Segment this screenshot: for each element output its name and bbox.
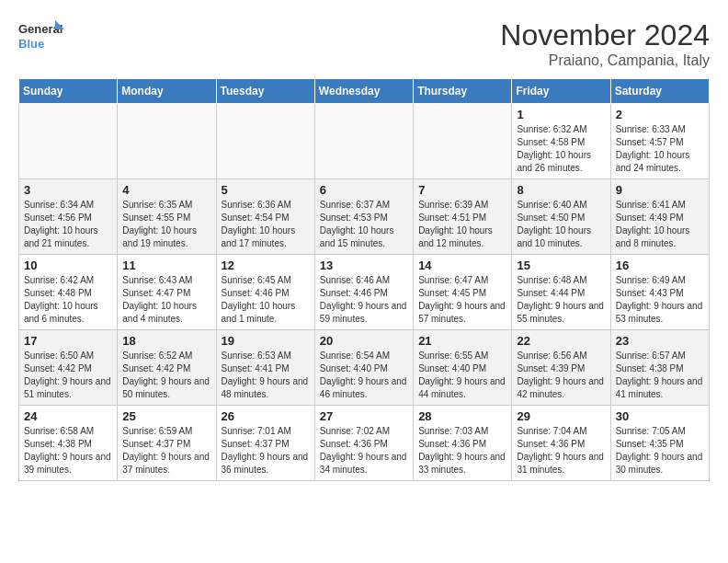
day-info: Sunrise: 6:35 AMSunset: 4:55 PMDaylight:… <box>122 199 210 250</box>
day-number: 23 <box>616 334 704 348</box>
day-number: 3 <box>24 183 112 197</box>
day-number: 8 <box>517 183 605 197</box>
day-number: 16 <box>616 259 704 272</box>
day-number: 18 <box>122 334 210 348</box>
day-info: Sunrise: 6:46 AMSunset: 4:46 PMDaylight:… <box>320 274 408 326</box>
day-number: 29 <box>517 409 605 423</box>
calendar-cell <box>314 104 413 179</box>
title-block: November 2024 Praiano, Campania, Italy <box>500 18 710 69</box>
logo: General Blue <box>18 18 64 60</box>
day-info: Sunrise: 6:32 AMSunset: 4:58 PMDaylight:… <box>517 123 605 175</box>
day-info: Sunrise: 6:34 AMSunset: 4:56 PMDaylight:… <box>24 199 112 250</box>
day-info: Sunrise: 6:57 AMSunset: 4:38 PMDaylight:… <box>616 350 704 401</box>
calendar-cell: 22Sunrise: 6:56 AMSunset: 4:39 PMDayligh… <box>512 330 610 406</box>
day-info: Sunrise: 7:05 AMSunset: 4:35 PMDaylight:… <box>616 425 704 477</box>
calendar-cell: 8Sunrise: 6:40 AMSunset: 4:50 PMDaylight… <box>512 179 610 255</box>
day-number: 10 <box>24 259 112 272</box>
weekday-header: Friday <box>512 79 610 104</box>
day-info: Sunrise: 6:37 AMSunset: 4:53 PMDaylight:… <box>320 199 408 250</box>
day-info: Sunrise: 6:43 AMSunset: 4:47 PMDaylight:… <box>122 274 210 326</box>
calendar-cell: 21Sunrise: 6:55 AMSunset: 4:40 PMDayligh… <box>414 330 512 406</box>
calendar-cell: 16Sunrise: 6:49 AMSunset: 4:43 PMDayligh… <box>610 255 709 330</box>
calendar-cell: 25Sunrise: 6:59 AMSunset: 4:37 PMDayligh… <box>118 406 216 481</box>
calendar-cell: 19Sunrise: 6:53 AMSunset: 4:41 PMDayligh… <box>216 330 314 406</box>
day-info: Sunrise: 7:04 AMSunset: 4:36 PMDaylight:… <box>517 425 605 477</box>
calendar-cell: 3Sunrise: 6:34 AMSunset: 4:56 PMDaylight… <box>19 179 118 255</box>
day-number: 5 <box>222 183 310 197</box>
calendar-row: 1Sunrise: 6:32 AMSunset: 4:58 PMDaylight… <box>19 104 710 179</box>
calendar-cell: 2Sunrise: 6:33 AMSunset: 4:57 PMDaylight… <box>610 104 709 179</box>
day-number: 30 <box>616 409 704 423</box>
day-number: 6 <box>320 183 408 197</box>
calendar-cell <box>19 104 118 179</box>
weekday-header: Tuesday <box>216 79 314 104</box>
calendar-cell: 13Sunrise: 6:46 AMSunset: 4:46 PMDayligh… <box>314 255 413 330</box>
day-number: 24 <box>24 409 112 423</box>
calendar-cell: 27Sunrise: 7:02 AMSunset: 4:36 PMDayligh… <box>314 406 413 481</box>
page-header: General Blue November 2024 Praiano, Camp… <box>18 18 710 69</box>
day-number: 25 <box>122 409 210 423</box>
day-info: Sunrise: 6:59 AMSunset: 4:37 PMDaylight:… <box>122 425 210 477</box>
day-info: Sunrise: 6:55 AMSunset: 4:40 PMDaylight:… <box>418 350 506 401</box>
day-number: 2 <box>616 108 704 121</box>
weekday-header-row: SundayMondayTuesdayWednesdayThursdayFrid… <box>19 79 710 104</box>
calendar-cell <box>216 104 314 179</box>
calendar-cell: 4Sunrise: 6:35 AMSunset: 4:55 PMDaylight… <box>118 179 216 255</box>
day-number: 19 <box>222 334 310 348</box>
calendar-cell <box>414 104 512 179</box>
day-info: Sunrise: 6:49 AMSunset: 4:43 PMDaylight:… <box>616 274 704 326</box>
day-info: Sunrise: 6:58 AMSunset: 4:38 PMDaylight:… <box>24 425 112 477</box>
calendar-cell: 14Sunrise: 6:47 AMSunset: 4:45 PMDayligh… <box>414 255 512 330</box>
day-info: Sunrise: 6:50 AMSunset: 4:42 PMDaylight:… <box>24 350 112 401</box>
calendar-cell: 17Sunrise: 6:50 AMSunset: 4:42 PMDayligh… <box>19 330 118 406</box>
calendar-cell: 5Sunrise: 6:36 AMSunset: 4:54 PMDaylight… <box>216 179 314 255</box>
calendar-row: 3Sunrise: 6:34 AMSunset: 4:56 PMDaylight… <box>19 179 710 255</box>
calendar-cell: 24Sunrise: 6:58 AMSunset: 4:38 PMDayligh… <box>19 406 118 481</box>
day-number: 28 <box>418 409 506 423</box>
calendar-cell <box>118 104 216 179</box>
logo-svg: General Blue <box>18 18 64 60</box>
calendar-cell: 6Sunrise: 6:37 AMSunset: 4:53 PMDaylight… <box>314 179 413 255</box>
day-info: Sunrise: 7:02 AMSunset: 4:36 PMDaylight:… <box>320 425 408 477</box>
day-number: 22 <box>517 334 605 348</box>
location: Praiano, Campania, Italy <box>500 52 710 69</box>
calendar-cell: 10Sunrise: 6:42 AMSunset: 4:48 PMDayligh… <box>19 255 118 330</box>
day-number: 15 <box>517 259 605 272</box>
day-info: Sunrise: 6:39 AMSunset: 4:51 PMDaylight:… <box>418 199 506 250</box>
day-info: Sunrise: 6:53 AMSunset: 4:41 PMDaylight:… <box>222 350 310 401</box>
calendar-row: 10Sunrise: 6:42 AMSunset: 4:48 PMDayligh… <box>19 255 710 330</box>
day-info: Sunrise: 6:47 AMSunset: 4:45 PMDaylight:… <box>418 274 506 326</box>
day-info: Sunrise: 6:41 AMSunset: 4:49 PMDaylight:… <box>616 199 704 250</box>
calendar-cell: 30Sunrise: 7:05 AMSunset: 4:35 PMDayligh… <box>610 406 709 481</box>
calendar-cell: 9Sunrise: 6:41 AMSunset: 4:49 PMDaylight… <box>610 179 709 255</box>
calendar-cell: 7Sunrise: 6:39 AMSunset: 4:51 PMDaylight… <box>414 179 512 255</box>
calendar-cell: 28Sunrise: 7:03 AMSunset: 4:36 PMDayligh… <box>414 406 512 481</box>
day-info: Sunrise: 6:36 AMSunset: 4:54 PMDaylight:… <box>222 199 310 250</box>
calendar-cell: 23Sunrise: 6:57 AMSunset: 4:38 PMDayligh… <box>610 330 709 406</box>
weekday-header: Wednesday <box>314 79 413 104</box>
day-info: Sunrise: 6:54 AMSunset: 4:40 PMDaylight:… <box>320 350 408 401</box>
day-number: 21 <box>418 334 506 348</box>
day-info: Sunrise: 7:03 AMSunset: 4:36 PMDaylight:… <box>418 425 506 477</box>
weekday-header: Sunday <box>19 79 118 104</box>
day-number: 7 <box>418 183 506 197</box>
calendar-cell: 29Sunrise: 7:04 AMSunset: 4:36 PMDayligh… <box>512 406 610 481</box>
day-info: Sunrise: 6:45 AMSunset: 4:46 PMDaylight:… <box>222 274 310 326</box>
day-number: 9 <box>616 183 704 197</box>
weekday-header: Saturday <box>610 79 709 104</box>
day-number: 12 <box>222 259 310 272</box>
calendar-cell: 18Sunrise: 6:52 AMSunset: 4:42 PMDayligh… <box>118 330 216 406</box>
calendar-cell: 12Sunrise: 6:45 AMSunset: 4:46 PMDayligh… <box>216 255 314 330</box>
day-info: Sunrise: 6:33 AMSunset: 4:57 PMDaylight:… <box>616 123 704 175</box>
day-number: 20 <box>320 334 408 348</box>
day-info: Sunrise: 6:48 AMSunset: 4:44 PMDaylight:… <box>517 274 605 326</box>
day-number: 27 <box>320 409 408 423</box>
day-info: Sunrise: 6:40 AMSunset: 4:50 PMDaylight:… <box>517 199 605 250</box>
calendar-cell: 15Sunrise: 6:48 AMSunset: 4:44 PMDayligh… <box>512 255 610 330</box>
svg-text:Blue: Blue <box>18 37 44 51</box>
calendar-table: SundayMondayTuesdayWednesdayThursdayFrid… <box>18 78 710 481</box>
calendar-cell: 20Sunrise: 6:54 AMSunset: 4:40 PMDayligh… <box>314 330 413 406</box>
day-number: 14 <box>418 259 506 272</box>
calendar-row: 24Sunrise: 6:58 AMSunset: 4:38 PMDayligh… <box>19 406 710 481</box>
calendar-cell: 11Sunrise: 6:43 AMSunset: 4:47 PMDayligh… <box>118 255 216 330</box>
